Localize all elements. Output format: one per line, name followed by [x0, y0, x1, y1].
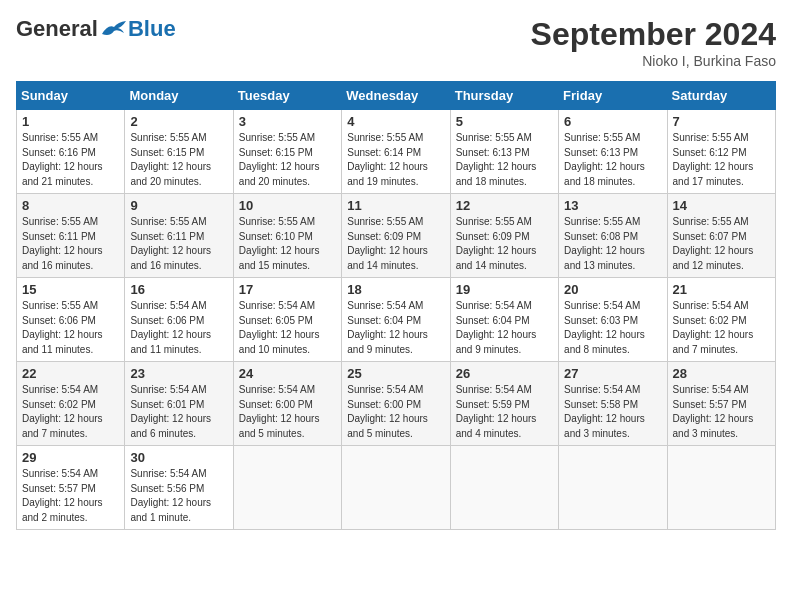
day-number: 19	[456, 282, 553, 297]
col-monday: Monday	[125, 82, 233, 110]
day-number: 14	[673, 198, 770, 213]
col-wednesday: Wednesday	[342, 82, 450, 110]
calendar-cell: 5Sunrise: 5:55 AM Sunset: 6:13 PM Daylig…	[450, 110, 558, 194]
calendar-cell: 29Sunrise: 5:54 AM Sunset: 5:57 PM Dayli…	[17, 446, 125, 530]
day-number: 4	[347, 114, 444, 129]
day-info: Sunrise: 5:54 AM Sunset: 5:58 PM Dayligh…	[564, 383, 661, 441]
day-info: Sunrise: 5:55 AM Sunset: 6:06 PM Dayligh…	[22, 299, 119, 357]
col-saturday: Saturday	[667, 82, 775, 110]
day-number: 3	[239, 114, 336, 129]
calendar-cell	[667, 446, 775, 530]
day-number: 26	[456, 366, 553, 381]
day-number: 12	[456, 198, 553, 213]
col-friday: Friday	[559, 82, 667, 110]
day-info: Sunrise: 5:55 AM Sunset: 6:14 PM Dayligh…	[347, 131, 444, 189]
day-info: Sunrise: 5:54 AM Sunset: 6:00 PM Dayligh…	[239, 383, 336, 441]
calendar-cell: 9Sunrise: 5:55 AM Sunset: 6:11 PM Daylig…	[125, 194, 233, 278]
day-number: 28	[673, 366, 770, 381]
calendar-cell: 23Sunrise: 5:54 AM Sunset: 6:01 PM Dayli…	[125, 362, 233, 446]
calendar-cell: 26Sunrise: 5:54 AM Sunset: 5:59 PM Dayli…	[450, 362, 558, 446]
calendar-cell: 12Sunrise: 5:55 AM Sunset: 6:09 PM Dayli…	[450, 194, 558, 278]
day-number: 10	[239, 198, 336, 213]
calendar-cell: 11Sunrise: 5:55 AM Sunset: 6:09 PM Dayli…	[342, 194, 450, 278]
logo-general: General	[16, 16, 98, 42]
calendar-cell: 30Sunrise: 5:54 AM Sunset: 5:56 PM Dayli…	[125, 446, 233, 530]
calendar-cell: 22Sunrise: 5:54 AM Sunset: 6:02 PM Dayli…	[17, 362, 125, 446]
day-number: 25	[347, 366, 444, 381]
day-number: 18	[347, 282, 444, 297]
day-info: Sunrise: 5:55 AM Sunset: 6:16 PM Dayligh…	[22, 131, 119, 189]
calendar-cell: 25Sunrise: 5:54 AM Sunset: 6:00 PM Dayli…	[342, 362, 450, 446]
day-number: 8	[22, 198, 119, 213]
day-info: Sunrise: 5:54 AM Sunset: 6:04 PM Dayligh…	[456, 299, 553, 357]
day-number: 17	[239, 282, 336, 297]
day-info: Sunrise: 5:54 AM Sunset: 6:05 PM Dayligh…	[239, 299, 336, 357]
day-number: 23	[130, 366, 227, 381]
day-number: 24	[239, 366, 336, 381]
logo-blue: Blue	[128, 16, 176, 42]
page-header: General Blue September 2024 Nioko I, Bur…	[16, 16, 776, 69]
day-info: Sunrise: 5:55 AM Sunset: 6:07 PM Dayligh…	[673, 215, 770, 273]
day-info: Sunrise: 5:54 AM Sunset: 5:57 PM Dayligh…	[22, 467, 119, 525]
day-info: Sunrise: 5:54 AM Sunset: 6:02 PM Dayligh…	[673, 299, 770, 357]
day-info: Sunrise: 5:55 AM Sunset: 6:08 PM Dayligh…	[564, 215, 661, 273]
day-number: 5	[456, 114, 553, 129]
day-number: 7	[673, 114, 770, 129]
calendar-cell: 19Sunrise: 5:54 AM Sunset: 6:04 PM Dayli…	[450, 278, 558, 362]
day-info: Sunrise: 5:54 AM Sunset: 5:59 PM Dayligh…	[456, 383, 553, 441]
day-number: 21	[673, 282, 770, 297]
calendar-cell	[233, 446, 341, 530]
calendar-cell: 20Sunrise: 5:54 AM Sunset: 6:03 PM Dayli…	[559, 278, 667, 362]
day-number: 15	[22, 282, 119, 297]
calendar-week-row: 22Sunrise: 5:54 AM Sunset: 6:02 PM Dayli…	[17, 362, 776, 446]
day-info: Sunrise: 5:55 AM Sunset: 6:09 PM Dayligh…	[456, 215, 553, 273]
day-number: 27	[564, 366, 661, 381]
calendar-cell: 24Sunrise: 5:54 AM Sunset: 6:00 PM Dayli…	[233, 362, 341, 446]
day-info: Sunrise: 5:54 AM Sunset: 5:56 PM Dayligh…	[130, 467, 227, 525]
calendar-cell: 13Sunrise: 5:55 AM Sunset: 6:08 PM Dayli…	[559, 194, 667, 278]
day-info: Sunrise: 5:55 AM Sunset: 6:15 PM Dayligh…	[130, 131, 227, 189]
calendar-cell: 17Sunrise: 5:54 AM Sunset: 6:05 PM Dayli…	[233, 278, 341, 362]
calendar-cell: 2Sunrise: 5:55 AM Sunset: 6:15 PM Daylig…	[125, 110, 233, 194]
day-number: 29	[22, 450, 119, 465]
calendar-cell: 14Sunrise: 5:55 AM Sunset: 6:07 PM Dayli…	[667, 194, 775, 278]
calendar-cell	[342, 446, 450, 530]
col-tuesday: Tuesday	[233, 82, 341, 110]
calendar-cell: 15Sunrise: 5:55 AM Sunset: 6:06 PM Dayli…	[17, 278, 125, 362]
calendar-cell	[450, 446, 558, 530]
calendar-cell: 27Sunrise: 5:54 AM Sunset: 5:58 PM Dayli…	[559, 362, 667, 446]
day-number: 1	[22, 114, 119, 129]
day-info: Sunrise: 5:55 AM Sunset: 6:11 PM Dayligh…	[22, 215, 119, 273]
day-info: Sunrise: 5:54 AM Sunset: 6:00 PM Dayligh…	[347, 383, 444, 441]
day-number: 22	[22, 366, 119, 381]
day-info: Sunrise: 5:54 AM Sunset: 5:57 PM Dayligh…	[673, 383, 770, 441]
calendar-cell: 21Sunrise: 5:54 AM Sunset: 6:02 PM Dayli…	[667, 278, 775, 362]
day-number: 13	[564, 198, 661, 213]
calendar-week-row: 8Sunrise: 5:55 AM Sunset: 6:11 PM Daylig…	[17, 194, 776, 278]
day-info: Sunrise: 5:54 AM Sunset: 6:04 PM Dayligh…	[347, 299, 444, 357]
day-info: Sunrise: 5:55 AM Sunset: 6:09 PM Dayligh…	[347, 215, 444, 273]
day-number: 16	[130, 282, 227, 297]
day-number: 9	[130, 198, 227, 213]
day-info: Sunrise: 5:55 AM Sunset: 6:12 PM Dayligh…	[673, 131, 770, 189]
col-sunday: Sunday	[17, 82, 125, 110]
day-info: Sunrise: 5:55 AM Sunset: 6:13 PM Dayligh…	[564, 131, 661, 189]
day-info: Sunrise: 5:54 AM Sunset: 6:02 PM Dayligh…	[22, 383, 119, 441]
calendar-cell: 6Sunrise: 5:55 AM Sunset: 6:13 PM Daylig…	[559, 110, 667, 194]
day-info: Sunrise: 5:55 AM Sunset: 6:10 PM Dayligh…	[239, 215, 336, 273]
day-number: 2	[130, 114, 227, 129]
day-number: 30	[130, 450, 227, 465]
calendar-cell: 4Sunrise: 5:55 AM Sunset: 6:14 PM Daylig…	[342, 110, 450, 194]
day-number: 20	[564, 282, 661, 297]
day-info: Sunrise: 5:54 AM Sunset: 6:03 PM Dayligh…	[564, 299, 661, 357]
col-thursday: Thursday	[450, 82, 558, 110]
calendar-cell: 1Sunrise: 5:55 AM Sunset: 6:16 PM Daylig…	[17, 110, 125, 194]
day-info: Sunrise: 5:55 AM Sunset: 6:11 PM Dayligh…	[130, 215, 227, 273]
calendar-cell: 3Sunrise: 5:55 AM Sunset: 6:15 PM Daylig…	[233, 110, 341, 194]
day-info: Sunrise: 5:55 AM Sunset: 6:13 PM Dayligh…	[456, 131, 553, 189]
location-subtitle: Nioko I, Burkina Faso	[531, 53, 776, 69]
calendar-table: Sunday Monday Tuesday Wednesday Thursday…	[16, 81, 776, 530]
calendar-cell: 28Sunrise: 5:54 AM Sunset: 5:57 PM Dayli…	[667, 362, 775, 446]
title-block: September 2024 Nioko I, Burkina Faso	[531, 16, 776, 69]
calendar-header-row: Sunday Monday Tuesday Wednesday Thursday…	[17, 82, 776, 110]
